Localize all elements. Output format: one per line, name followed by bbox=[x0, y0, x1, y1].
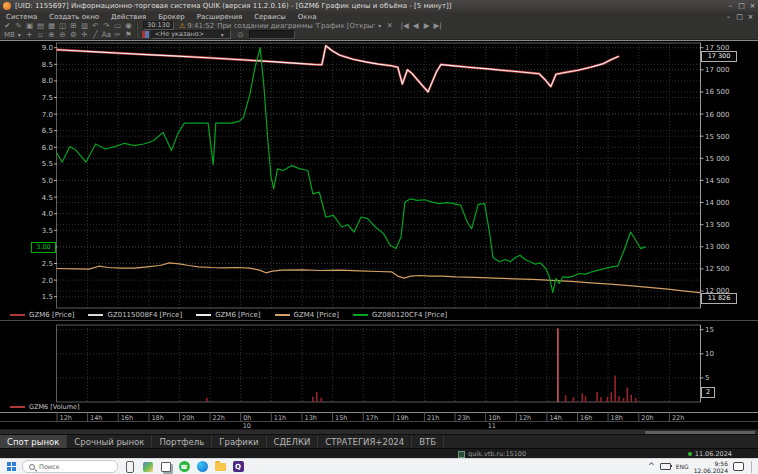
volume-bar bbox=[312, 397, 314, 402]
legend-label: GZ0115008F4 [Price] bbox=[107, 311, 182, 319]
minimize-icon[interactable]: – bbox=[725, 2, 736, 10]
orders-icon[interactable]: ◉ bbox=[123, 21, 134, 30]
quik-app-icon[interactable]: Q bbox=[232, 461, 244, 473]
list-window-icon[interactable]: ▥ bbox=[79, 21, 90, 30]
show-desktop-button[interactable] bbox=[751, 461, 752, 473]
svg-text:11h: 11h bbox=[274, 414, 286, 422]
battery-icon[interactable] bbox=[660, 463, 671, 470]
whatsapp-icon[interactable]: ☎ bbox=[178, 461, 190, 473]
chart-window[interactable]: 9.08.58.07.57.06.56.05.55.04.54.03.53.02… bbox=[0, 40, 758, 435]
menu-item-Окна[interactable]: Окна bbox=[292, 13, 323, 21]
phone-link-icon[interactable] bbox=[124, 461, 136, 473]
restore-icon[interactable]: □ bbox=[736, 2, 747, 10]
menu-item-Создать окно[interactable]: Создать окно bbox=[43, 13, 105, 21]
svg-text:19h: 19h bbox=[396, 414, 408, 422]
task-view-icon[interactable] bbox=[160, 461, 172, 473]
close-icon[interactable]: × bbox=[747, 2, 758, 10]
edge-browser-icon[interactable] bbox=[196, 461, 208, 473]
new-window-icon[interactable]: ▣ bbox=[24, 21, 35, 30]
chart-search-input[interactable] bbox=[249, 30, 295, 39]
add-window-icon[interactable]: ⊞ bbox=[68, 21, 79, 30]
svg-text:14h: 14h bbox=[90, 414, 102, 422]
volume-bar bbox=[600, 397, 602, 402]
windows-taskbar: Поиск ☎ Q ^ ENG 9:56 12.06.2024 bbox=[0, 458, 758, 474]
taskbar-tray: ^ ENG 9:56 12.06.2024 bbox=[648, 460, 758, 474]
flag-icon[interactable]: ⚑ bbox=[123, 30, 134, 39]
legend-color-dash bbox=[10, 314, 25, 316]
svg-text:3.5: 3.5 bbox=[42, 227, 53, 235]
add-icon[interactable]: + bbox=[24, 30, 35, 39]
legend-item[interactable]: GZM4 [Price] bbox=[275, 311, 339, 319]
svg-text:21h: 21h bbox=[427, 414, 439, 422]
toolbar-separator bbox=[136, 31, 138, 38]
menu-item-Действия[interactable]: Действия bbox=[105, 13, 152, 21]
alert-dropdown-icon[interactable]: ▾ bbox=[378, 22, 381, 29]
alert-message[interactable]: При создании диаграммы 'График [Открытых… bbox=[217, 22, 375, 30]
interval-selector[interactable]: МВ ▾ bbox=[0, 31, 24, 39]
menu-item-Брокер[interactable]: Брокер bbox=[152, 13, 191, 21]
legend-item[interactable]: GZM6 [Price] bbox=[196, 311, 260, 319]
legend-label: GZM6 [Price] bbox=[215, 311, 260, 319]
mdi-minimize-icon[interactable]: – bbox=[723, 13, 734, 21]
text-tool-icon[interactable]: Aa bbox=[101, 30, 112, 39]
chat-icon[interactable]: ▭ bbox=[112, 21, 123, 30]
tab-ВТБ[interactable]: ВТБ bbox=[412, 435, 444, 448]
tab-Графики[interactable]: Графики bbox=[212, 435, 266, 448]
volume-bar bbox=[565, 395, 567, 402]
quotes-table-icon[interactable]: ▤ bbox=[35, 21, 46, 30]
quik-application-window: [UID: 1155697] Информационно-торговая си… bbox=[0, 0, 758, 474]
legend-item[interactable]: GZM6 [Price] bbox=[10, 311, 74, 319]
split-window-icon[interactable]: ◫ bbox=[57, 21, 68, 30]
photos-icon[interactable] bbox=[142, 461, 154, 473]
pan-icon[interactable]: ✛ bbox=[79, 30, 90, 39]
line-tool-icon[interactable]: ╱ bbox=[90, 30, 101, 39]
template-icon bbox=[142, 31, 149, 38]
zoom-in-icon[interactable]: ⊕ bbox=[46, 30, 57, 39]
undo-icon[interactable]: ↶ bbox=[90, 21, 101, 30]
tab-Портфель[interactable]: Портфель bbox=[152, 435, 212, 448]
edit-icon[interactable]: ✎ bbox=[13, 21, 24, 30]
legend-item[interactable]: GZ0115008F4 [Price] bbox=[88, 311, 182, 319]
select-region-icon[interactable]: ▫ bbox=[35, 30, 46, 39]
pen-tool-icon[interactable]: ✑ bbox=[112, 30, 123, 39]
mdi-restore-icon[interactable]: □ bbox=[734, 13, 745, 21]
last-price-marker-gzm6: 17 300 bbox=[701, 51, 737, 62]
notifications-icon[interactable] bbox=[733, 462, 744, 471]
mdi-close-icon[interactable]: × bbox=[745, 13, 756, 21]
file-explorer-icon[interactable] bbox=[214, 461, 226, 473]
settings-icon[interactable]: ⚙ bbox=[68, 30, 79, 39]
chart-window-icon[interactable]: ▦ bbox=[46, 21, 57, 30]
menu-item-Расширения[interactable]: Расширения bbox=[191, 13, 248, 21]
confirm-icon[interactable]: ✔ bbox=[2, 21, 13, 30]
svg-text:1.5: 1.5 bbox=[42, 293, 53, 301]
legend-item[interactable]: GZ080120CF4 [Price] bbox=[353, 311, 447, 319]
taskbar-search[interactable]: Поиск bbox=[22, 460, 118, 473]
menu-item-Система[interactable]: Система bbox=[0, 13, 43, 21]
last-message-icon[interactable]: ▶| bbox=[432, 21, 443, 30]
online-status-icon bbox=[688, 452, 692, 456]
redo-icon[interactable]: ↷ bbox=[101, 21, 112, 30]
svg-text:10h: 10h bbox=[488, 414, 500, 422]
chart-search-icon[interactable]: ⊙ bbox=[235, 30, 246, 39]
menu-item-Сервисы[interactable]: Сервисы bbox=[248, 13, 292, 21]
prev-message-icon[interactable]: ◀ bbox=[410, 21, 421, 30]
language-indicator[interactable]: ENG bbox=[676, 463, 689, 470]
tab-Спот рынок[interactable]: Спот рынок bbox=[0, 435, 67, 448]
title-bar[interactable]: [UID: 1155697] Информационно-торговая си… bbox=[0, 0, 758, 12]
alert-close-icon[interactable]: ✕ bbox=[384, 21, 395, 30]
template-selector[interactable]: <Не указано> ▾ bbox=[151, 30, 231, 39]
legend-item[interactable]: GZM6 [Volume] bbox=[10, 403, 80, 411]
svg-text:15: 15 bbox=[705, 326, 714, 334]
tray-expand-icon[interactable]: ^ bbox=[648, 462, 655, 471]
start-button-icon[interactable] bbox=[7, 462, 16, 471]
volume-bar bbox=[596, 392, 598, 402]
tab-СТРАТЕГИЯ+2024[interactable]: СТРАТЕГИЯ+2024 bbox=[318, 435, 412, 448]
first-message-icon[interactable]: |◀ bbox=[399, 21, 410, 30]
template-dropdown-icon: ▾ bbox=[221, 31, 224, 38]
tab-СДЕЛКИ[interactable]: СДЕЛКИ bbox=[267, 435, 319, 448]
taskbar-clock[interactable]: 9:56 12.06.2024 bbox=[694, 460, 728, 474]
next-message-icon[interactable]: ▶ bbox=[421, 21, 432, 30]
legend-label: GZM4 [Price] bbox=[294, 311, 339, 319]
tab-Срочный рынок[interactable]: Срочный рынок bbox=[67, 435, 152, 448]
zoom-out-icon[interactable]: ⊖ bbox=[57, 30, 68, 39]
